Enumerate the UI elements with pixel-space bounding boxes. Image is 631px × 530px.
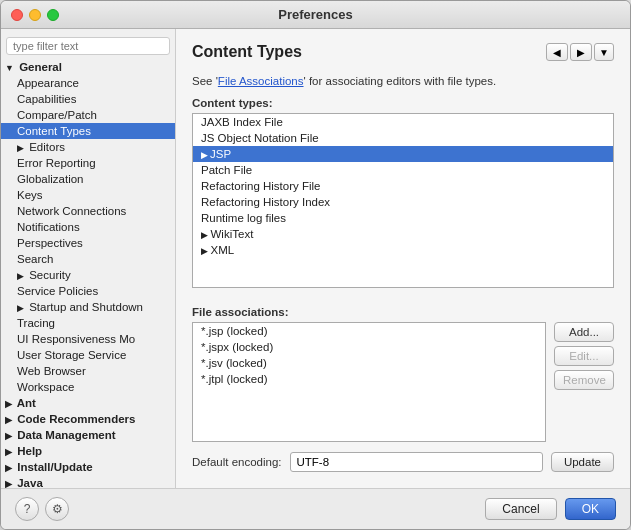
sidebar-item-code-recommenders[interactable]: ▶ Code Recommenders — [1, 411, 175, 427]
content-type-refactoring-history[interactable]: Refactoring History File — [193, 178, 613, 194]
sidebar-item-help[interactable]: ▶ Help — [1, 443, 175, 459]
help-expand-arrow: ▶ — [5, 447, 12, 457]
assoc-item-jtpl: *.jtpl (locked) — [193, 371, 545, 387]
filter-input[interactable] — [6, 37, 170, 55]
sidebar-item-security[interactable]: ▶ Security — [1, 267, 175, 283]
sidebar-item-tracing[interactable]: Tracing — [1, 315, 175, 331]
sidebar-item-perspectives[interactable]: Perspectives — [1, 235, 175, 251]
content-type-runtime-log[interactable]: Runtime log files — [193, 210, 613, 226]
nav-dropdown-button[interactable]: ▼ — [594, 43, 614, 61]
startup-expand-arrow: ▶ — [17, 303, 24, 313]
titlebar: Preferences — [1, 1, 630, 29]
nav-back-button[interactable]: ◀ — [546, 43, 568, 61]
main-panel: Content Types ◀ ▶ ▼ See 'File Associatio… — [176, 29, 630, 488]
ok-button[interactable]: OK — [565, 498, 616, 520]
update-button[interactable]: Update — [551, 452, 614, 472]
bottom-bar: ? ⚙ Cancel OK — [1, 488, 630, 529]
panel-title: Content Types — [192, 43, 302, 61]
nav-forward-button[interactable]: ▶ — [570, 43, 592, 61]
encoding-row: Default encoding: Update — [192, 452, 614, 472]
sidebar-item-globalization[interactable]: Globalization — [1, 171, 175, 187]
assoc-item-jspx: *.jspx (locked) — [193, 339, 545, 355]
sidebar-item-general[interactable]: ▼ General — [1, 59, 175, 75]
content-types-list[interactable]: JAXB Index File JS Object Notation File … — [192, 113, 614, 288]
sidebar-item-java[interactable]: ▶ Java — [1, 475, 175, 488]
sidebar-item-capabilities[interactable]: Capabilities — [1, 91, 175, 107]
navigation-buttons: ◀ ▶ ▼ — [546, 43, 614, 61]
content-type-patch[interactable]: Patch File — [193, 162, 613, 178]
data-expand-arrow: ▶ — [5, 431, 12, 441]
encoding-label: Default encoding: — [192, 456, 282, 468]
file-associations-link[interactable]: File Associations — [218, 75, 304, 87]
traffic-lights — [11, 9, 59, 21]
preferences-window: Preferences ▼ General Appearance Capabil… — [0, 0, 631, 530]
minimize-button[interactable] — [29, 9, 41, 21]
file-assoc-label: File associations: — [192, 306, 614, 318]
remove-button[interactable]: Remove — [554, 370, 614, 390]
code-expand-arrow: ▶ — [5, 415, 12, 425]
file-assoc-buttons: Add... Edit... Remove — [554, 322, 614, 442]
file-assoc-section: *.jsp (locked) *.jspx (locked) *.jsv (lo… — [192, 322, 614, 442]
jsp-expand-arrow: ▶ — [201, 150, 208, 160]
sidebar: ▼ General Appearance Capabilities Compar… — [1, 29, 176, 488]
content-type-jsp[interactable]: ▶ JSP — [193, 146, 613, 162]
assoc-item-jsp: *.jsp (locked) — [193, 323, 545, 339]
add-button[interactable]: Add... — [554, 322, 614, 342]
sidebar-item-service-policies[interactable]: Service Policies — [1, 283, 175, 299]
content-type-json[interactable]: JS Object Notation File — [193, 130, 613, 146]
window-title: Preferences — [278, 7, 352, 22]
settings-icon-button[interactable]: ⚙ — [45, 497, 69, 521]
content-area: ▼ General Appearance Capabilities Compar… — [1, 29, 630, 488]
file-assoc-list[interactable]: *.jsp (locked) *.jspx (locked) *.jsv (lo… — [192, 322, 546, 442]
sidebar-item-notifications[interactable]: Notifications — [1, 219, 175, 235]
sidebar-item-install-update[interactable]: ▶ Install/Update — [1, 459, 175, 475]
sidebar-item-data-management[interactable]: ▶ Data Management — [1, 427, 175, 443]
sidebar-item-user-storage[interactable]: User Storage Service — [1, 347, 175, 363]
content-types-label: Content types: — [192, 97, 614, 109]
sidebar-item-error-reporting[interactable]: Error Reporting — [1, 155, 175, 171]
sidebar-item-content-types[interactable]: Content Types — [1, 123, 175, 139]
ant-expand-arrow: ▶ — [5, 399, 12, 409]
expand-arrow: ▼ — [5, 63, 14, 73]
sidebar-item-keys[interactable]: Keys — [1, 187, 175, 203]
sidebar-item-compare-patch[interactable]: Compare/Patch — [1, 107, 175, 123]
sidebar-item-editors[interactable]: ▶ Editors — [1, 139, 175, 155]
content-type-jaxb[interactable]: JAXB Index File — [193, 114, 613, 130]
sidebar-item-workspace[interactable]: Workspace — [1, 379, 175, 395]
install-expand-arrow: ▶ — [5, 463, 12, 473]
sidebar-item-ui-responsiveness[interactable]: UI Responsiveness Mo — [1, 331, 175, 347]
java-expand-arrow: ▶ — [5, 479, 12, 488]
sidebar-item-network-connections[interactable]: Network Connections — [1, 203, 175, 219]
assoc-item-jsv: *.jsv (locked) — [193, 355, 545, 371]
sidebar-item-appearance[interactable]: Appearance — [1, 75, 175, 91]
content-type-refactoring-index[interactable]: Refactoring History Index — [193, 194, 613, 210]
content-type-wikitext[interactable]: WikiText — [193, 226, 613, 242]
security-expand-arrow: ▶ — [17, 271, 24, 281]
sidebar-item-ant[interactable]: ▶ Ant — [1, 395, 175, 411]
help-icon-button[interactable]: ? — [15, 497, 39, 521]
maximize-button[interactable] — [47, 9, 59, 21]
sidebar-item-startup-shutdown[interactable]: ▶ Startup and Shutdown — [1, 299, 175, 315]
editors-expand-arrow: ▶ — [17, 143, 24, 153]
close-button[interactable] — [11, 9, 23, 21]
sidebar-item-web-browser[interactable]: Web Browser — [1, 363, 175, 379]
bottom-right-buttons: Cancel OK — [485, 498, 616, 520]
edit-button[interactable]: Edit... — [554, 346, 614, 366]
sidebar-item-search[interactable]: Search — [1, 251, 175, 267]
cancel-button[interactable]: Cancel — [485, 498, 556, 520]
description: See 'File Associations' for associating … — [192, 75, 614, 87]
content-type-xml[interactable]: XML — [193, 242, 613, 258]
encoding-input[interactable] — [290, 452, 543, 472]
bottom-left-buttons: ? ⚙ — [15, 497, 69, 521]
